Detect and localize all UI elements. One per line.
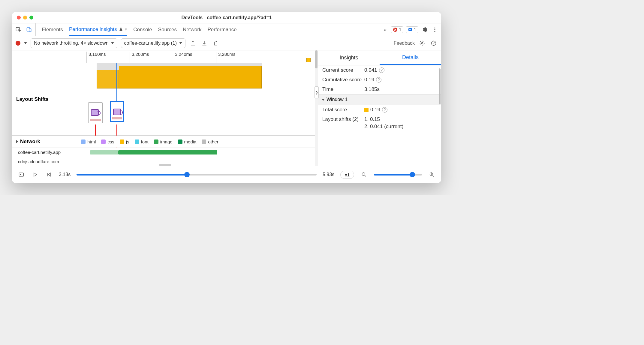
svg-point-11 [20,174,21,175]
inspect-icon[interactable] [14,26,22,34]
help-icon[interactable]: ? [382,107,387,112]
help-icon[interactable]: ? [379,68,384,73]
layout-shifts-label: Layout shifts (2) [322,116,364,122]
resize-handle[interactable] [159,164,171,166]
vertical-scrollbar[interactable] [439,68,441,104]
window-group-header[interactable]: Window 1 [318,94,441,105]
record-button[interactable] [16,41,20,46]
maximize-window-icon[interactable] [29,16,33,20]
feedback-link[interactable]: Feedback [394,40,415,46]
cumulative-score-label: Cumulative score [322,77,364,83]
time-label: Time [322,86,364,92]
layout-shift-item[interactable]: 2. 0.041 (current) [364,124,403,130]
help-icon[interactable] [430,39,438,47]
ruler-tick: 3,240ms [173,52,192,63]
trash-icon[interactable] [212,39,220,47]
flame-block[interactable] [97,70,119,88]
net-bar[interactable] [90,150,118,154]
section-layout-shifts: Layout Shifts [12,63,78,135]
tab-sources[interactable]: Sources [158,23,177,36]
upload-icon[interactable] [189,39,197,47]
devtools-tabs: Elements Performance insights × Console … [12,23,441,36]
record-dropdown-icon[interactable] [24,42,27,44]
legend-font: font [135,139,149,144]
play-icon[interactable] [31,171,39,178]
tab-details[interactable]: Details [380,50,441,65]
layout-shifts-track[interactable] [78,63,318,135]
device-toggle-icon[interactable] [25,26,33,34]
details-pane: ❯ Insights Details Current score 0.041? … [318,50,441,166]
layout-shift-item[interactable]: 1. 0.15 [364,116,380,122]
tab-elements[interactable]: Elements [42,23,63,36]
window-title: DevTools - coffee-cart.netlify.app/?ad=1 [12,15,441,20]
legend-media: media [178,139,197,144]
legend-other: other [202,139,218,144]
traffic-lights [17,16,33,20]
settings-gear-icon[interactable] [418,39,426,47]
download-icon[interactable] [200,39,208,47]
time-ruler[interactable]: 3,160ms 3,200ms 3,240ms 3,280ms [78,50,318,63]
total-score-label: Total score [322,107,364,113]
ruler-tick: 3,200ms [130,52,149,63]
close-window-icon[interactable] [17,16,21,20]
flask-icon [119,27,123,32]
playback-slider[interactable] [77,174,317,176]
expand-icon[interactable] [16,140,18,143]
svg-rect-10 [19,173,24,176]
throttling-select[interactable]: No network throttling, 4× slowdown [31,38,117,48]
tab-insights[interactable]: Insights [318,50,380,65]
host-row[interactable]: coffee-cart.netlify.app [12,148,78,157]
layout-shift-thumb-2[interactable] [110,101,124,122]
host-row[interactable]: cdnjs.cloudflare.com [12,157,78,166]
network-track[interactable] [78,148,318,157]
tab-network[interactable]: Network [183,23,201,36]
svg-rect-2 [29,28,31,32]
error-count-pill[interactable]: 1 [391,26,403,33]
collapse-handle-icon[interactable]: ❯ [314,86,319,98]
zoom-out-icon[interactable] [360,171,368,178]
playback-bar: 3.13s 5.93s x1 [12,166,441,183]
tab-performance-insights[interactable]: Performance insights × [69,24,127,36]
legend-js: js [120,139,129,144]
help-icon[interactable]: ? [376,77,381,82]
network-legend: html css js font image media other [78,136,318,148]
devtools-window: DevTools - coffee-cart.netlify.app/?ad=1… [12,12,441,183]
close-icon[interactable]: × [125,27,128,32]
current-score-value: 0.041 [364,67,377,73]
svg-point-8 [422,42,423,44]
skip-start-icon[interactable] [45,171,53,178]
flame-block[interactable] [119,66,262,88]
vertical-scrollbar[interactable] [315,50,318,166]
tab-console[interactable]: Console [133,23,152,36]
marker-icon[interactable] [306,58,311,62]
score-indicator-icon [364,108,369,112]
net-bar[interactable] [118,150,217,154]
timeline-pane: 3,160ms 3,200ms 3,240ms 3,280ms Layout S… [12,50,318,166]
tab-performance[interactable]: Performance [207,23,236,36]
legend-css: css [101,139,114,144]
total-score-value: 0.19 [370,107,380,113]
svg-point-7 [434,31,435,32]
layout-shift-thumb-1[interactable] [88,102,103,123]
expand-icon[interactable] [322,99,325,101]
more-tabs-icon[interactable]: » [382,27,389,32]
main-area: 3,160ms 3,200ms 3,240ms 3,280ms Layout S… [12,50,441,166]
ruler-tick: 3,160ms [86,52,106,63]
svg-point-5 [434,27,435,28]
minimize-window-icon[interactable] [23,16,27,20]
gear-icon[interactable] [421,26,429,34]
insights-toolbar: No network throttling, 4× slowdown coffe… [12,36,441,50]
playback-speed[interactable]: x1 [340,171,354,179]
section-network[interactable]: Network [12,136,78,148]
playback-start-time: 3.13s [59,172,71,177]
preview-toggle-icon[interactable] [17,171,25,178]
ruler-tick: 3,280ms [216,52,236,63]
zoom-in-icon[interactable] [428,171,436,178]
legend-image: image [154,139,173,144]
time-value: 3.185s [364,86,380,92]
kebab-menu-icon[interactable] [431,26,439,34]
page-select[interactable]: coffee-cart.netlify.app (1) [121,38,186,48]
zoom-slider[interactable] [374,174,422,176]
message-count-pill[interactable]: 1 [406,26,418,33]
legend-html: html [81,139,96,144]
